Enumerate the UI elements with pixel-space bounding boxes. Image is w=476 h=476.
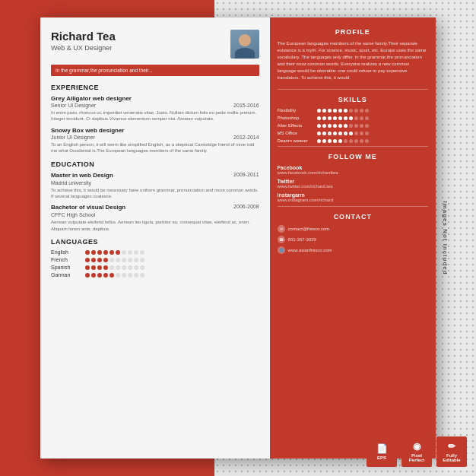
edu1-degree: Master in web Design bbox=[51, 172, 113, 179]
empty-dot bbox=[122, 258, 126, 262]
skill-empty-dot bbox=[360, 116, 363, 120]
edit-label: FullyEditable bbox=[443, 453, 460, 462]
candidate-name: Richard Tea bbox=[51, 30, 224, 43]
empty-dot bbox=[134, 273, 138, 278]
skills-list: FlexibilityPhotoshopAfter EffectsMS Offi… bbox=[278, 108, 428, 143]
skill-filled-dot bbox=[338, 116, 342, 120]
language-item: Garman bbox=[51, 272, 259, 278]
contact-value: www.asianfresco.com bbox=[288, 248, 332, 252]
follow-platform: Instargarm bbox=[278, 192, 428, 198]
exp2-years: 2012-2014 bbox=[233, 135, 259, 140]
skill-filled-dot bbox=[317, 139, 321, 143]
edu2-inst: CFFC High School bbox=[51, 212, 259, 217]
edit-icon: ✏ bbox=[448, 441, 455, 452]
skill-item: After Effects bbox=[278, 123, 428, 128]
divider-1 bbox=[278, 89, 428, 90]
follow-platform: Facebook bbox=[278, 165, 428, 170]
skill-filled-dot bbox=[349, 132, 353, 135]
language-dots bbox=[85, 273, 144, 278]
edu2-degree: Bachetor of visual Design bbox=[51, 204, 125, 211]
skill-name: After Effects bbox=[278, 123, 317, 128]
skill-empty-dot bbox=[360, 139, 363, 143]
left-column: Richard Tea Web & UX Designer In the gra… bbox=[40, 17, 270, 459]
divider-3 bbox=[278, 206, 428, 207]
edu2-years: 2006-2008 bbox=[233, 204, 259, 211]
profile-text: The European languages members of the sa… bbox=[278, 40, 428, 81]
skill-dots bbox=[317, 132, 369, 135]
skill-item: MS Office bbox=[278, 131, 428, 135]
empty-dot bbox=[134, 258, 138, 262]
skill-item: Dearim weaver bbox=[278, 138, 428, 143]
filled-dot bbox=[97, 273, 102, 278]
contact-list: ✉contact@fresco.com☎601-367-3029🌐www.asi… bbox=[278, 225, 428, 254]
skill-empty-dot bbox=[354, 124, 358, 128]
language-item: French bbox=[51, 257, 259, 262]
follow-title: FOLLOW ME bbox=[278, 153, 428, 160]
skill-empty-dot bbox=[354, 139, 358, 143]
skill-item: Photoshop bbox=[278, 116, 428, 120]
education-title: EDUCATION bbox=[51, 160, 259, 168]
skill-name: Dearim weaver bbox=[278, 138, 317, 143]
empty-dot bbox=[116, 265, 120, 270]
edu1-years: 2009-2011 bbox=[233, 172, 259, 179]
contact-icon: ☎ bbox=[278, 236, 285, 243]
skill-filled-dot bbox=[333, 139, 337, 143]
filled-dot bbox=[85, 258, 90, 262]
skill-empty-dot bbox=[365, 116, 369, 120]
filled-dot bbox=[91, 250, 96, 255]
contact-item: ☎601-367-3029 bbox=[278, 236, 428, 243]
header-text: Richard Tea Web & UX Designer bbox=[51, 30, 224, 52]
skill-filled-dot bbox=[333, 116, 337, 120]
skill-filled-dot bbox=[317, 109, 321, 113]
skill-empty-dot bbox=[365, 139, 369, 143]
empty-dot bbox=[128, 265, 132, 270]
skill-empty-dot bbox=[360, 109, 363, 113]
language-item: Spanish bbox=[51, 265, 259, 270]
filled-dot bbox=[97, 258, 102, 262]
experience-title: EXPERIENCE bbox=[51, 84, 259, 91]
skill-filled-dot bbox=[344, 124, 347, 128]
avatar bbox=[230, 30, 259, 59]
skill-empty-dot bbox=[360, 132, 363, 135]
empty-dot bbox=[140, 250, 144, 255]
exp1-company: Grey Alligator web designer bbox=[51, 95, 259, 102]
exp1-meta: Senior UI Designer 2015-2016 bbox=[51, 103, 259, 108]
skill-dots bbox=[317, 109, 369, 113]
pixel-label: PixelPerfect bbox=[409, 453, 424, 462]
skills-title: SKILLS bbox=[278, 96, 428, 103]
header-section: Richard Tea Web & UX Designer bbox=[51, 30, 259, 59]
exp2-meta: Junior UI Designer 2012-2014 bbox=[51, 135, 259, 140]
banner: In the grammar,the pronunciation and the… bbox=[51, 65, 259, 76]
skill-filled-dot bbox=[349, 116, 353, 120]
filled-dot bbox=[109, 273, 114, 278]
filled-dot bbox=[103, 273, 108, 278]
skill-empty-dot bbox=[365, 132, 369, 135]
contact-item: ✉contact@fresco.com bbox=[278, 225, 428, 233]
contact-value: contact@fresco.com bbox=[288, 227, 330, 231]
eps-label: EPS bbox=[377, 455, 386, 460]
skill-filled-dot bbox=[317, 132, 321, 135]
contact-icon: ✉ bbox=[278, 225, 285, 233]
empty-dot bbox=[128, 273, 132, 278]
divider-2 bbox=[278, 146, 428, 147]
follow-url: www.facebook.com/richardtea bbox=[278, 170, 428, 175]
empty-dot bbox=[140, 273, 144, 278]
skill-empty-dot bbox=[354, 132, 358, 135]
follow-url: www.twitter.com/richard.tea bbox=[278, 184, 428, 189]
skill-item: Flexibility bbox=[278, 108, 428, 113]
skill-dots bbox=[317, 139, 369, 143]
filled-dot bbox=[97, 250, 102, 255]
skill-filled-dot bbox=[322, 132, 326, 135]
follow-item: Twitterwww.twitter.com/richard.tea bbox=[278, 179, 428, 189]
empty-dot bbox=[140, 265, 144, 270]
empty-dot bbox=[128, 250, 132, 255]
filled-dot bbox=[97, 265, 102, 270]
skill-filled-dot bbox=[328, 109, 332, 113]
language-name: English bbox=[51, 249, 85, 255]
skill-filled-dot bbox=[338, 124, 342, 128]
edu2-desc: Aenean vulputate eleifend tellus. Aenean… bbox=[51, 219, 259, 232]
filled-dot bbox=[85, 273, 90, 278]
contact-icon: 🌐 bbox=[278, 246, 285, 254]
skill-empty-dot bbox=[365, 124, 369, 128]
languages-list: EnglishFrenchSpanishGarman bbox=[51, 249, 259, 278]
